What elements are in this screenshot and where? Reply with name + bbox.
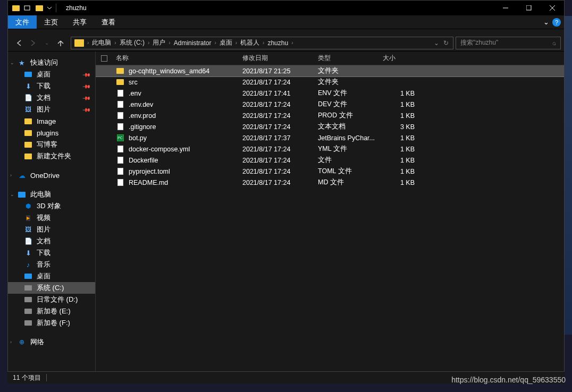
sidebar-item[interactable]: 🖼图片 bbox=[8, 224, 95, 235]
file-size: 1 KB bbox=[383, 146, 415, 153]
file-row[interactable]: src 2021/8/17 17:24 文件夹 bbox=[96, 76, 564, 88]
qat-dropdown-icon[interactable] bbox=[47, 6, 52, 10]
close-button[interactable] bbox=[541, 1, 564, 15]
file-row[interactable]: Dockerfile 2021/8/17 17:24 文件 1 KB bbox=[96, 155, 564, 166]
breadcrumb[interactable]: 桌面 bbox=[217, 38, 234, 47]
col-header-name[interactable]: 名称 bbox=[116, 54, 242, 63]
col-header-type[interactable]: 类型 bbox=[318, 54, 383, 63]
file-size: 3 KB bbox=[383, 123, 415, 131]
watermark: https://blog.csdn.net/qq_59633550 bbox=[451, 376, 566, 384]
sidebar-item[interactable]: ⬢3D 对象 bbox=[8, 200, 95, 212]
file-size: 1 KB bbox=[383, 90, 415, 97]
file-row[interactable]: README.md 2021/8/17 17:24 MD 文件 1 KB bbox=[96, 177, 564, 188]
sidebar-item[interactable]: 日常文件 (D:) bbox=[8, 294, 95, 305]
file-name: pyproject.toml bbox=[129, 168, 242, 175]
select-all-checkbox[interactable] bbox=[101, 55, 107, 62]
sidebar-this-pc[interactable]: ⌄此电脑 bbox=[8, 189, 95, 200]
ribbon-collapse-icon[interactable]: ⌄ bbox=[543, 18, 549, 26]
file-row[interactable]: PC bot.py 2021/8/17 17:37 JetBrains PyCh… bbox=[96, 132, 564, 143]
sidebar-item[interactable]: 系统 (C:) bbox=[8, 282, 95, 294]
file-date: 2021/8/17 17:24 bbox=[242, 101, 318, 108]
sidebar-item[interactable]: 写博客 bbox=[8, 139, 95, 150]
file-date: 2021/8/17 17:24 bbox=[242, 79, 318, 86]
column-headers: 名称 修改日期 类型 大小 bbox=[96, 52, 564, 65]
minimize-button[interactable] bbox=[494, 1, 517, 15]
file-row[interactable]: go-cqhttp_windows_amd64 2021/8/17 21:25 … bbox=[96, 65, 564, 76]
help-icon[interactable]: ? bbox=[552, 18, 561, 27]
file-name: .env.dev bbox=[129, 101, 242, 108]
file-size: 1 KB bbox=[383, 112, 415, 120]
sidebar-item[interactable]: 🖼图片📌 bbox=[8, 104, 95, 115]
file-type: DEV 文件 bbox=[318, 100, 383, 109]
file-row[interactable]: .env 2021/8/17 17:41 ENV 文件 1 KB bbox=[96, 88, 564, 99]
breadcrumb[interactable]: zhuzhu bbox=[265, 39, 290, 47]
file-row[interactable]: docker-compose.yml 2021/8/17 17:24 YML 文… bbox=[96, 143, 564, 155]
qat-icon-1[interactable] bbox=[24, 5, 31, 11]
sidebar-item[interactable]: ♪音乐 bbox=[8, 259, 95, 270]
sidebar-item[interactable]: 新加卷 (E:) bbox=[8, 305, 95, 317]
forward-button[interactable] bbox=[27, 37, 39, 49]
file-icon bbox=[116, 123, 124, 131]
sidebar-item[interactable]: 新建文件夹 bbox=[8, 150, 95, 162]
col-header-size[interactable]: 大小 bbox=[383, 54, 420, 63]
file-icon bbox=[116, 78, 124, 87]
svg-rect-0 bbox=[24, 6, 30, 10]
file-icon bbox=[116, 156, 124, 165]
sidebar-onedrive[interactable]: ›☁OneDrive bbox=[8, 169, 95, 181]
breadcrumb[interactable]: 此电脑 bbox=[90, 38, 113, 47]
sidebar-item[interactable]: 📄文档📌 bbox=[8, 92, 95, 104]
sidebar-quick-access[interactable]: ⌄★快速访问 bbox=[8, 57, 95, 69]
file-type: TOML 文件 bbox=[318, 167, 383, 176]
file-type: 文件 bbox=[318, 156, 383, 165]
file-icon bbox=[116, 145, 124, 154]
search-icon: ⌕ bbox=[508, 39, 556, 47]
sidebar-item[interactable]: 📄文档 bbox=[8, 235, 95, 247]
explorer-window: zhuzhu 文件 主页 共享 查看 ⌄ ? ⌄ › 此电脑› 系统 (C:)› bbox=[7, 0, 565, 372]
file-row[interactable]: .env.prod 2021/8/17 17:24 PROD 文件 1 KB bbox=[96, 110, 564, 121]
sidebar-item[interactable]: ▶视频 bbox=[8, 212, 95, 224]
maximize-button[interactable] bbox=[517, 1, 541, 15]
file-icon bbox=[116, 167, 124, 176]
tab-share[interactable]: 共享 bbox=[65, 15, 94, 29]
up-button[interactable] bbox=[55, 37, 66, 49]
refresh-button[interactable]: ↻ bbox=[443, 39, 449, 47]
sidebar: ⌄★快速访问桌面📌⬇下载📌📄文档📌🖼图片📌Imageplugins写博客新建文件… bbox=[8, 52, 96, 371]
file-icon bbox=[116, 112, 124, 120]
sidebar-item[interactable]: Image bbox=[8, 115, 95, 127]
titlebar[interactable]: zhuzhu bbox=[8, 1, 564, 15]
sidebar-item[interactable]: 桌面📌 bbox=[8, 69, 95, 80]
breadcrumb[interactable]: Administrator bbox=[172, 39, 214, 47]
address-bar[interactable]: › 此电脑› 系统 (C:)› 用户› Administrator› 桌面› 机… bbox=[71, 37, 453, 49]
ribbon-tabs: 文件 主页 共享 查看 ⌄ ? bbox=[8, 15, 564, 29]
breadcrumb[interactable]: 机器人 bbox=[238, 38, 262, 47]
file-date: 2021/8/17 17:24 bbox=[242, 168, 318, 175]
file-name: docker-compose.yml bbox=[129, 146, 242, 153]
file-date: 2021/8/17 17:24 bbox=[242, 179, 318, 186]
sidebar-item[interactable]: plugins bbox=[8, 127, 95, 139]
sidebar-item[interactable]: ⬇下载📌 bbox=[8, 80, 95, 92]
sidebar-network[interactable]: ›⊕网络 bbox=[8, 336, 95, 348]
item-count: 11 个项目 bbox=[13, 373, 41, 382]
file-row[interactable]: .env.dev 2021/8/17 17:24 DEV 文件 1 KB bbox=[96, 99, 564, 110]
file-row[interactable]: pyproject.toml 2021/8/17 17:24 TOML 文件 1… bbox=[96, 166, 564, 177]
breadcrumb[interactable]: 系统 (C:) bbox=[117, 38, 147, 47]
sidebar-item[interactable]: 桌面 bbox=[8, 270, 95, 282]
file-name: Dockerfile bbox=[129, 157, 242, 164]
qat-icon-2[interactable] bbox=[36, 5, 43, 11]
tab-file[interactable]: 文件 bbox=[8, 15, 37, 29]
back-button[interactable] bbox=[13, 37, 25, 49]
sidebar-item[interactable]: ⬇下载 bbox=[8, 247, 95, 259]
search-input[interactable]: 搜索"zhuzhu" ⌕ bbox=[456, 37, 561, 49]
file-date: 2021/8/17 17:24 bbox=[242, 146, 318, 153]
address-dropdown-icon[interactable]: ⌄ bbox=[434, 39, 439, 47]
history-dropdown-icon[interactable]: ⌄ bbox=[41, 37, 53, 49]
file-date: 2021/8/17 17:37 bbox=[242, 134, 318, 142]
sidebar-item[interactable]: 新加卷 (F:) bbox=[8, 317, 95, 329]
file-row[interactable]: .gitignore 2021/8/17 17:24 文本文档 3 KB bbox=[96, 121, 564, 132]
file-name: src bbox=[129, 79, 242, 86]
tab-home[interactable]: 主页 bbox=[37, 15, 65, 29]
col-header-date[interactable]: 修改日期 bbox=[242, 54, 318, 63]
file-date: 2021/8/17 17:41 bbox=[242, 90, 318, 97]
breadcrumb[interactable]: 用户 bbox=[150, 38, 167, 47]
tab-view[interactable]: 查看 bbox=[94, 15, 123, 29]
